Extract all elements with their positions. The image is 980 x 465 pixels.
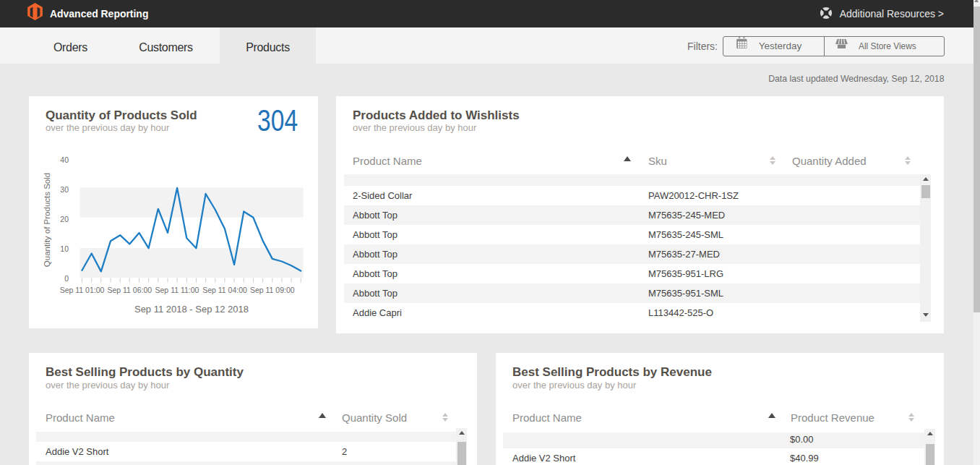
svg-text:Sep 11 04:00: Sep 11 04:00: [202, 286, 247, 294]
svg-text:Quantity of Products Sold: Quantity of Products Sold: [43, 173, 51, 267]
svg-text:10: 10: [60, 244, 69, 253]
svg-text:20: 20: [60, 215, 69, 223]
svg-text:0: 0: [64, 274, 69, 283]
svg-text:Sep 11 01:00: Sep 11 01:00: [60, 286, 105, 294]
svg-text:Sep 11 11:00: Sep 11 11:00: [155, 286, 199, 294]
svg-text:Sep 11 09:00: Sep 11 09:00: [250, 286, 295, 294]
svg-text:Sep 11 06:00: Sep 11 06:00: [107, 286, 152, 294]
svg-text:Sep 11 2018 - Sep 12 2018: Sep 11 2018 - Sep 12 2018: [134, 304, 249, 315]
svg-text:30: 30: [60, 185, 69, 194]
svg-text:40: 40: [60, 155, 69, 164]
